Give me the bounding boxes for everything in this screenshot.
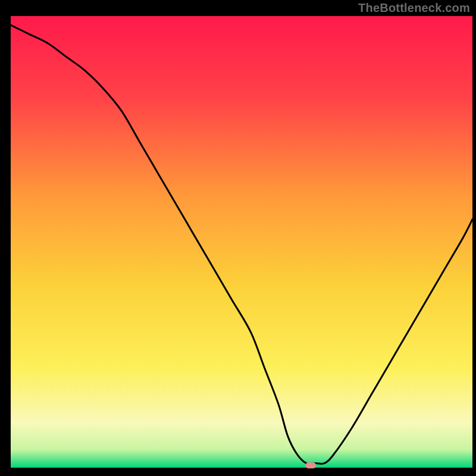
bottleneck-chart (0, 0, 476, 476)
optimal-marker (305, 462, 316, 468)
watermark-label: TheBottleneck.com (358, 1, 470, 15)
chart-container: TheBottleneck.com (0, 0, 476, 476)
chart-background (11, 16, 472, 468)
